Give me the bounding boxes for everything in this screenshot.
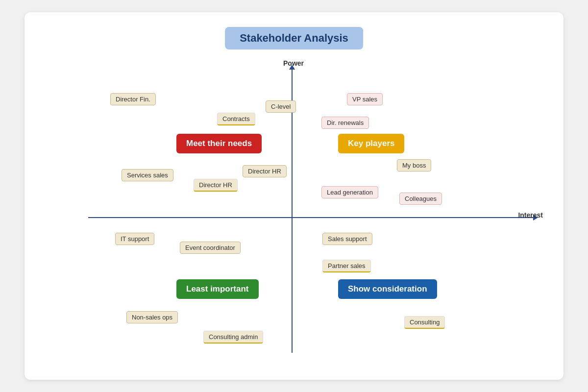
tag-it-support[interactable]: IT support	[115, 233, 154, 245]
quadrant-show-consideration: Show consideration	[338, 279, 437, 299]
x-axis-label: Interest	[518, 211, 543, 219]
tag-my-boss[interactable]: My boss	[397, 159, 431, 172]
tag-dir-renewals[interactable]: Dir. renewals	[321, 117, 369, 129]
tag-event-coordinator[interactable]: Event coordinator	[180, 242, 241, 254]
tag-services-sales[interactable]: Services sales	[122, 169, 173, 181]
tag-consulting-admin[interactable]: Consulting admin	[203, 331, 263, 343]
tag-contracts[interactable]: Contracts	[217, 113, 255, 125]
tag-c-level[interactable]: C-level	[266, 100, 296, 113]
quadrant-key-players: Key players	[338, 134, 404, 153]
tag-director-fin[interactable]: Director Fin.	[110, 93, 156, 105]
quadrant-least-important: Least important	[176, 279, 259, 299]
x-axis	[88, 217, 534, 218]
tag-partner-sales[interactable]: Partner sales	[322, 260, 371, 272]
chart-title: Stakeholder Analysis	[225, 27, 363, 49]
quadrant-meet-needs: Meet their needs	[176, 134, 262, 153]
tag-sales-support[interactable]: Sales support	[322, 233, 372, 245]
y-axis-label: Power	[283, 59, 304, 67]
chart-container: Stakeholder Analysis Interest Power Meet…	[24, 12, 564, 380]
tag-director-hr-lower[interactable]: Director HR	[194, 179, 238, 192]
tag-director-hr-upper[interactable]: Director HR	[243, 165, 287, 177]
tag-vp-sales[interactable]: VP sales	[347, 93, 383, 105]
tag-non-sales-ops[interactable]: Non-sales ops	[126, 311, 178, 323]
tag-colleagues[interactable]: Colleagues	[399, 193, 442, 205]
tag-consulting[interactable]: Consulting	[404, 316, 445, 329]
tag-lead-generation[interactable]: Lead generation	[321, 186, 378, 198]
